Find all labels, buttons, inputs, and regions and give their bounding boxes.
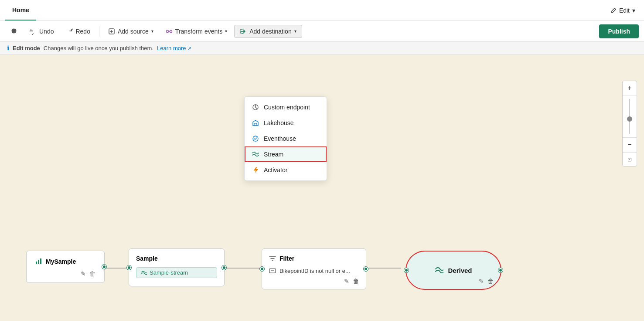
svg-point-2 [170,30,172,32]
add-destination-dropdown: Custom endpoint Lakehouse Eventhouse Str… [244,96,327,181]
filter-left-connector [260,267,264,271]
add-source-chevron-icon: ▾ [151,29,153,34]
flow-canvas: MySample ✎ 🗑 Sample Sample-stream [0,54,644,321]
filter-title: Filter [269,255,359,262]
mysample-title: MySample [35,258,95,265]
mysample-delete-icon[interactable]: 🗑 [89,270,95,277]
undo-icon [30,28,37,35]
dropdown-label-activator: Activator [264,167,287,173]
redo-icon [66,28,73,35]
stream-icon [252,150,259,158]
derived-left-connector [404,268,409,272]
zoom-track [629,99,630,134]
edit-mode-label: Edit mode [13,45,40,51]
zoom-controls: + − ⊡ [622,81,637,167]
zoom-out-button[interactable]: − [623,138,637,152]
zoom-thumb[interactable] [627,116,632,122]
filter-node-box[interactable]: Filter BikepointID is not null or e... ✎… [262,248,366,289]
add-source-button[interactable]: Add source ▾ [103,25,159,37]
transform-events-label: Transform events [175,28,222,35]
redo-button[interactable]: Redo [61,25,95,37]
learn-more-link[interactable]: Learn more ↗ [157,45,191,51]
add-destination-icon [240,28,247,35]
derived-title: Derived [435,266,472,275]
edit-chevron-icon: ▾ [632,7,635,14]
info-bar: ℹ Edit mode Changes will go live once yo… [0,42,644,54]
dropdown-item-activator[interactable]: Activator [245,162,327,178]
derived-stream-icon [435,266,443,275]
stream-tag-icon [141,270,147,276]
derived-node-box[interactable]: Derived ✎ 🗑 [405,251,501,290]
sample-node: Sample Sample-stream [129,248,225,286]
add-source-icon [108,28,115,35]
sample-right-connector [222,265,226,270]
filter-delete-icon[interactable]: 🗑 [353,278,359,285]
edit-label: Edit [619,7,630,14]
sample-stream-tag: Sample-stream [136,267,217,278]
lakehouse-icon [252,119,259,127]
add-destination-button[interactable]: Add destination ▾ [234,25,302,38]
derived-edit-icon[interactable]: ✎ [479,278,484,285]
filter-node: Filter BikepointID is not null or e... ✎… [262,248,366,289]
zoom-fit-button[interactable]: ⊡ [623,152,637,166]
gear-icon [10,28,17,35]
top-nav: Home Edit ▾ [0,0,644,21]
dropdown-label-stream: Stream [264,151,283,158]
mysample-right-connector [102,265,106,269]
derived-right-connector [498,268,503,272]
filter-actions: ✎ 🗑 [269,278,359,285]
svg-point-1 [166,30,168,32]
sample-node-box[interactable]: Sample Sample-stream [129,248,225,286]
toolbar: Undo Redo Add source ▾ Transform events … [0,21,644,42]
eventhouse-icon [252,135,259,143]
publish-button[interactable]: Publish [599,24,639,38]
external-link-icon: ↗ [187,46,191,51]
dropdown-item-custom-endpoint[interactable]: Custom endpoint [245,99,327,115]
derived-delete-icon[interactable]: 🗑 [487,278,494,285]
derived-node: Derived ✎ 🗑 [405,251,501,290]
dropdown-label-lakehouse: Lakehouse [264,119,294,126]
tab-home[interactable]: Home [5,0,36,20]
svg-rect-6 [40,258,41,264]
transform-icon [166,28,173,35]
undo-label: Undo [39,28,54,35]
edit-pencil-icon [610,7,617,14]
settings-button[interactable] [5,25,23,37]
edit-button[interactable]: Edit ▾ [607,5,639,16]
mysample-node: MySample ✎ 🗑 [26,251,105,283]
dropdown-label-eventhouse: Eventhouse [264,135,296,142]
filter-condition: BikepointID is not null or e... [279,268,350,274]
bar-chart-icon [35,258,42,265]
transform-events-button[interactable]: Transform events ▾ [160,25,232,37]
divider-1 [99,26,99,37]
derived-actions: ✎ 🗑 [479,278,494,285]
add-destination-chevron-icon: ▾ [294,29,296,34]
info-icon: ℹ [7,44,9,51]
filter-condition-icon [269,267,276,274]
dropdown-item-eventhouse[interactable]: Eventhouse [245,131,327,146]
filter-edit-icon[interactable]: ✎ [344,278,349,285]
mysample-node-box[interactable]: MySample ✎ 🗑 [26,251,105,283]
filter-right-connector [364,267,368,271]
info-message: Changes will go live once you publish th… [44,45,153,51]
svg-rect-4 [36,262,37,264]
custom-endpoint-icon [252,103,259,111]
mysample-edit-icon[interactable]: ✎ [81,270,86,277]
add-destination-label: Add destination [249,28,292,35]
transform-chevron-icon: ▾ [225,29,227,34]
zoom-in-button[interactable]: + [623,81,637,95]
undo-button[interactable]: Undo [24,25,59,37]
zoom-slider[interactable] [629,95,630,137]
dropdown-item-stream[interactable]: Stream [245,146,327,162]
dropdown-item-lakehouse[interactable]: Lakehouse [245,115,327,131]
mysample-actions: ✎ 🗑 [35,270,95,277]
svg-rect-5 [38,260,39,264]
sample-title: Sample [136,255,217,262]
sample-left-connector [127,265,131,270]
dropdown-label-custom-endpoint: Custom endpoint [264,104,310,111]
add-source-label: Add source [118,28,149,35]
filter-icon [269,255,276,262]
activator-icon [252,166,259,174]
redo-label: Redo [75,28,90,35]
filter-condition-row: BikepointID is not null or e... [269,267,359,274]
